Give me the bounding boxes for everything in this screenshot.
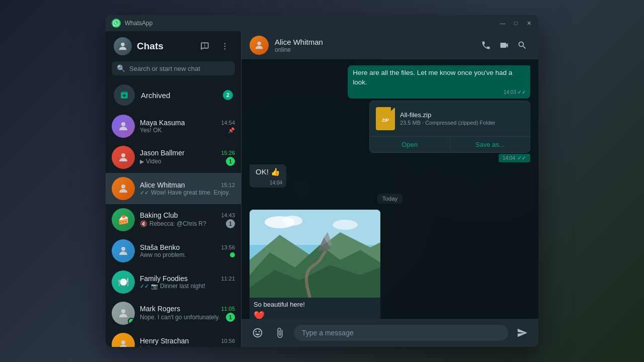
sidebar-header: Chats (106, 31, 241, 59)
more-options-button[interactable] (217, 38, 233, 54)
sidebar-title: Chats (137, 41, 164, 52)
chat-preview-alice: Wow! Have great time. Enjoy. (151, 189, 235, 196)
svg-point-2 (224, 46, 225, 47)
archive-icon (114, 84, 135, 106)
chat-contact-status: online (275, 46, 472, 53)
double-check-family: ✓✓ (140, 283, 149, 290)
message-text-1: Here are all the files. Let me know once… (353, 69, 512, 86)
chat-info-maya: Maya Kasuma 14:54 Yes! OK 📌 (140, 119, 235, 134)
chat-area: Alice Whitman online (242, 31, 538, 347)
message-time-3: 14:04 (270, 180, 282, 186)
chat-preview-jason: Video (146, 158, 224, 165)
chat-name-alice: Alice Whitman (140, 181, 185, 189)
unread-badge-jason: 1 (226, 157, 235, 166)
chat-header-icons (478, 37, 530, 53)
close-button[interactable]: ✕ (525, 20, 532, 27)
svg-rect-15 (250, 210, 380, 245)
chat-time-alice: 15:12 (221, 182, 235, 188)
image-placeholder (250, 210, 380, 298)
chat-name-henry: Henry Strachan (140, 337, 189, 345)
message-input[interactable] (294, 325, 508, 341)
chat-item-alice[interactable]: Alice Whitman 15:12 ✓✓ Wow! Have great t… (106, 173, 241, 204)
chat-preview-mark: Nope. I can't go unfortunately. (140, 314, 224, 321)
message-bubble-3: OK! 👍 14:04 (250, 164, 286, 188)
chat-item-maya[interactable]: Maya Kasuma 14:54 Yes! OK 📌 (106, 111, 241, 142)
pin-icon-maya: 📌 (228, 127, 235, 134)
svg-point-8 (121, 309, 125, 313)
svg-point-5 (121, 153, 125, 157)
user-avatar[interactable] (114, 37, 132, 55)
chat-item-stasa[interactable]: Staša Benko 13:56 Aww no problem. (106, 235, 241, 266)
chat-name-jason: Jason Ballmer (140, 149, 185, 157)
minimize-button[interactable]: — (499, 20, 506, 27)
video-icon-jason: ▶ (140, 158, 144, 165)
chat-item-family[interactable]: 🍽️ Family Foodies 11:21 ✓✓ 📷 Dinner last… (106, 266, 241, 298)
chat-info-alice: Alice Whitman 15:12 ✓✓ Wow! Have great t… (140, 181, 235, 196)
chat-item-jason[interactable]: Jason Ballmer 15:26 ▶ Video 1 (106, 142, 241, 173)
open-file-button[interactable]: Open (370, 137, 450, 152)
chat-item-baking[interactable]: 🍰 Baking Club 14:43 🔇 Rebecca: @Chris R?… (106, 204, 241, 235)
chat-info-stasa: Staša Benko 13:56 Aww no problem. (140, 243, 235, 258)
message-bubble-1: Here are all the files. Let me know once… (348, 65, 530, 99)
chat-header-avatar[interactable] (250, 36, 269, 55)
search-icon: 🔍 (117, 64, 125, 72)
chat-avatar-mark (112, 302, 135, 325)
app-window: WhatsApp — □ ✕ Chats (106, 15, 538, 347)
attach-button[interactable] (272, 325, 288, 341)
chat-header: Alice Whitman online (242, 31, 538, 59)
chat-time-baking: 14:43 (221, 212, 235, 218)
media-icon-family: 📷 (151, 283, 158, 290)
new-chat-button[interactable] (197, 38, 213, 54)
message-3: OK! 👍 14:04 (250, 164, 286, 188)
message-text-3: OK! 👍 (256, 167, 280, 176)
chat-info-family: Family Foodies 11:21 ✓✓ 📷 Dinner last ni… (140, 275, 235, 290)
svg-point-3 (224, 48, 225, 49)
archived-row[interactable]: Archived 2 (106, 79, 241, 111)
window-controls: — □ ✕ (499, 20, 532, 27)
chat-header-info: Alice Whitman online (275, 38, 472, 53)
chat-avatar-baking: 🍰 (112, 208, 135, 231)
chat-item-henry[interactable]: Henry Strachan 10:56 typing... (106, 329, 241, 347)
image-caption: So beautiful here! ❤️ 15:06 (250, 298, 380, 319)
video-call-button[interactable] (496, 37, 512, 53)
chat-info-jason: Jason Ballmer 15:26 ▶ Video 1 (140, 149, 235, 166)
chat-info-mark: Mark Rogers 11:05 Nope. I can't go unfor… (140, 305, 235, 322)
emoji-button[interactable] (250, 325, 266, 341)
chat-info-henry: Henry Strachan 10:56 typing... (140, 337, 235, 347)
chat-avatar-maya (112, 115, 135, 138)
chat-time-jason: 15:26 (221, 150, 235, 156)
chat-name-maya: Maya Kasuma (140, 119, 185, 127)
chat-time-henry: 10:56 (221, 338, 235, 344)
unread-badge-baking: 1 (226, 219, 235, 228)
input-area (242, 319, 538, 347)
svg-point-18 (333, 220, 358, 230)
today-divider: Today (250, 194, 530, 204)
sidebar-header-left: Chats (114, 37, 164, 55)
svg-point-1 (224, 43, 225, 44)
caption-text: So beautiful here! (254, 301, 376, 308)
sidebar-header-icons (197, 38, 233, 54)
maximize-button[interactable]: □ (512, 20, 519, 27)
search-input[interactable] (129, 65, 230, 72)
message-time-1: 14:03 ✓✓ (504, 88, 526, 96)
send-button[interactable] (514, 325, 530, 341)
svg-point-9 (121, 340, 125, 344)
chat-name-family: Family Foodies (140, 275, 188, 283)
chat-time-mark: 11:05 (221, 306, 235, 312)
chat-preview-family: Dinner last night! (160, 283, 235, 290)
search-chat-button[interactable] (514, 37, 530, 53)
save-file-button[interactable]: Save as... (450, 137, 530, 152)
sidebar: Chats 🔍 (106, 31, 242, 347)
voice-call-button[interactable] (478, 37, 494, 53)
chat-list: Maya Kasuma 14:54 Yes! OK 📌 (106, 111, 241, 347)
title-bar: WhatsApp — □ ✕ (106, 15, 538, 31)
chat-name-mark: Mark Rogers (140, 305, 180, 313)
chat-name-baking: Baking Club (140, 211, 178, 219)
chat-preview-baking: Rebecca: @Chris R? (149, 220, 224, 227)
message-time-2: 14:04 ✓✓ (499, 154, 530, 162)
chat-avatar-stasa (112, 239, 135, 262)
app-title: WhatsApp (125, 20, 152, 27)
svg-point-4 (121, 122, 125, 126)
chat-contact-name: Alice Whitman (275, 38, 472, 46)
chat-item-mark[interactable]: Mark Rogers 11:05 Nope. I can't go unfor… (106, 298, 241, 329)
